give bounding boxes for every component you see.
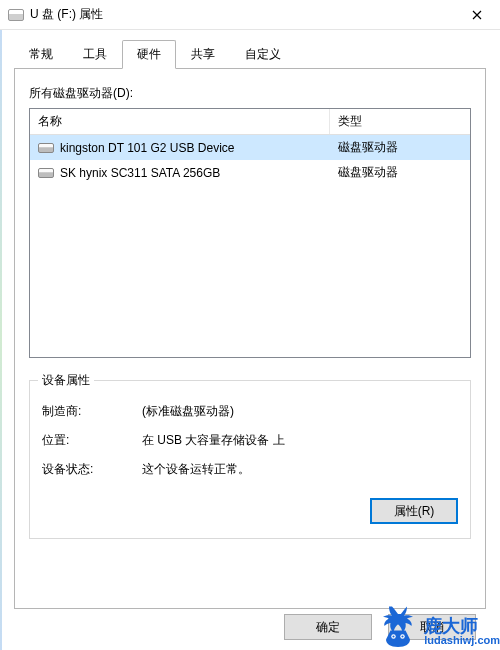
list-item[interactable]: kingston DT 101 G2 USB Device 磁盘驱动器 — [30, 135, 470, 160]
list-item[interactable]: SK hynix SC311 SATA 256GB 磁盘驱动器 — [30, 160, 470, 185]
device-type: 磁盘驱动器 — [330, 162, 470, 183]
close-button[interactable] — [454, 0, 500, 30]
device-properties-group: 设备属性 制造商: (标准磁盘驱动器) 位置: 在 USB 大容量存储设备 上 … — [29, 380, 471, 539]
properties-button[interactable]: 属性(R) — [370, 498, 458, 524]
cancel-button[interactable]: 取消 — [388, 614, 476, 640]
close-icon — [472, 10, 482, 20]
window-title: U 盘 (F:) 属性 — [30, 6, 454, 23]
group-title: 设备属性 — [38, 372, 94, 389]
manufacturer-value: (标准磁盘驱动器) — [142, 403, 458, 420]
ok-button[interactable]: 确定 — [284, 614, 372, 640]
hardware-panel: 所有磁盘驱动器(D): 名称 类型 kingston DT 101 G2 USB… — [14, 69, 486, 609]
device-name: kingston DT 101 G2 USB Device — [60, 141, 235, 155]
status-label: 设备状态: — [42, 461, 142, 478]
manufacturer-label: 制造商: — [42, 403, 142, 420]
col-header-name[interactable]: 名称 — [30, 109, 330, 134]
disk-listview[interactable]: 名称 类型 kingston DT 101 G2 USB Device 磁盘驱动… — [29, 108, 471, 358]
location-value: 在 USB 大容量存储设备 上 — [142, 432, 458, 449]
listview-header: 名称 类型 — [30, 109, 470, 135]
device-type: 磁盘驱动器 — [330, 137, 470, 158]
disk-drive-icon — [38, 168, 54, 178]
disk-drive-icon — [38, 143, 54, 153]
tab-strip: 常规 工具 硬件 共享 自定义 — [14, 40, 486, 69]
disk-list-label: 所有磁盘驱动器(D): — [29, 85, 471, 102]
tab-general[interactable]: 常规 — [14, 40, 68, 69]
status-value: 这个设备运转正常。 — [142, 461, 458, 478]
dialog-button-row: 确定 取消 — [284, 614, 476, 640]
tab-customize[interactable]: 自定义 — [230, 40, 296, 69]
tab-hardware[interactable]: 硬件 — [122, 40, 176, 69]
drive-icon — [8, 9, 24, 21]
location-label: 位置: — [42, 432, 142, 449]
tab-sharing[interactable]: 共享 — [176, 40, 230, 69]
window-left-edge — [0, 30, 2, 650]
device-name: SK hynix SC311 SATA 256GB — [60, 166, 220, 180]
tab-tools[interactable]: 工具 — [68, 40, 122, 69]
titlebar: U 盘 (F:) 属性 — [0, 0, 500, 30]
col-header-type[interactable]: 类型 — [330, 109, 470, 134]
